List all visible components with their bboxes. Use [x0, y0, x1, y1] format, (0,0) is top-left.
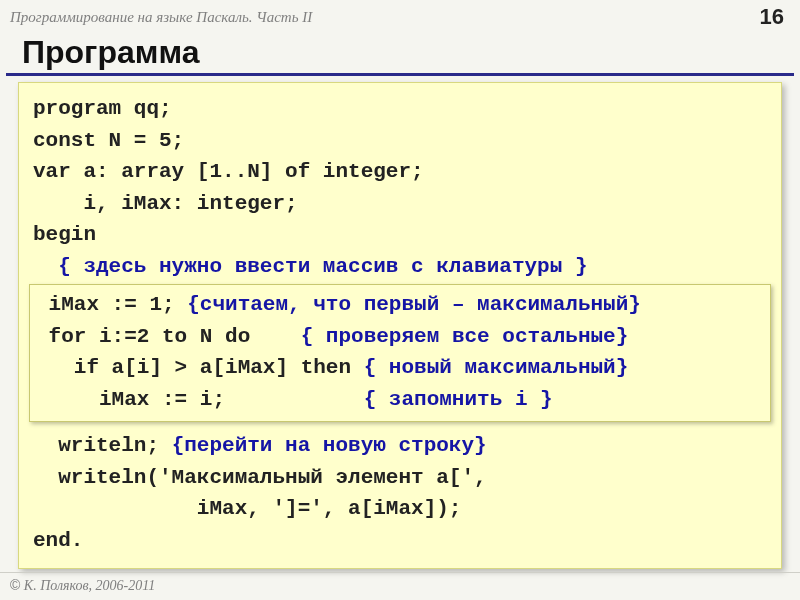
code-line: writeln('Максимальный элемент a[',	[33, 466, 487, 489]
header-subtitle: Программирование на языке Паскаль. Часть…	[10, 9, 760, 26]
page-number: 16	[760, 4, 784, 30]
code-line: var a: array [1..N] of integer;	[33, 160, 424, 183]
slide-header: Программирование на языке Паскаль. Часть…	[0, 0, 800, 34]
code-line: for i:=2 to N do	[36, 325, 301, 348]
code-comment: { здесь нужно ввести массив с клавиатуры…	[33, 255, 588, 278]
code-line: writeln;	[33, 434, 172, 457]
code-line: iMax, ']=', a[iMax]);	[33, 497, 461, 520]
code-comment: { проверяем все остальные}	[301, 325, 629, 348]
slide-footer: © К. Поляков, 2006-2011	[0, 572, 800, 600]
code-line: if a[i] > a[iMax] then	[36, 356, 364, 379]
code-comment: {считаем, что первый – максимальный}	[187, 293, 641, 316]
code-line: iMax := 1;	[36, 293, 187, 316]
code-comment: { запомнить i }	[364, 388, 553, 411]
code-comment: { новый максимальный}	[364, 356, 629, 379]
code-line: const N = 5;	[33, 129, 184, 152]
code-line: program qq;	[33, 97, 172, 120]
footer-text: К. Поляков, 2006-2011	[20, 578, 155, 593]
code-line: end.	[33, 529, 83, 552]
code-comment: {перейти на новую строку}	[172, 434, 487, 457]
code-line: iMax := i;	[36, 388, 364, 411]
code-block: program qq; const N = 5; var a: array [1…	[18, 82, 782, 569]
highlighted-code-box: iMax := 1; {считаем, что первый – максим…	[29, 284, 771, 422]
copyright-icon: ©	[10, 577, 20, 593]
code-line: i, iMax: integer;	[33, 192, 298, 215]
code-line: begin	[33, 223, 96, 246]
slide-title: Программа	[6, 34, 794, 76]
